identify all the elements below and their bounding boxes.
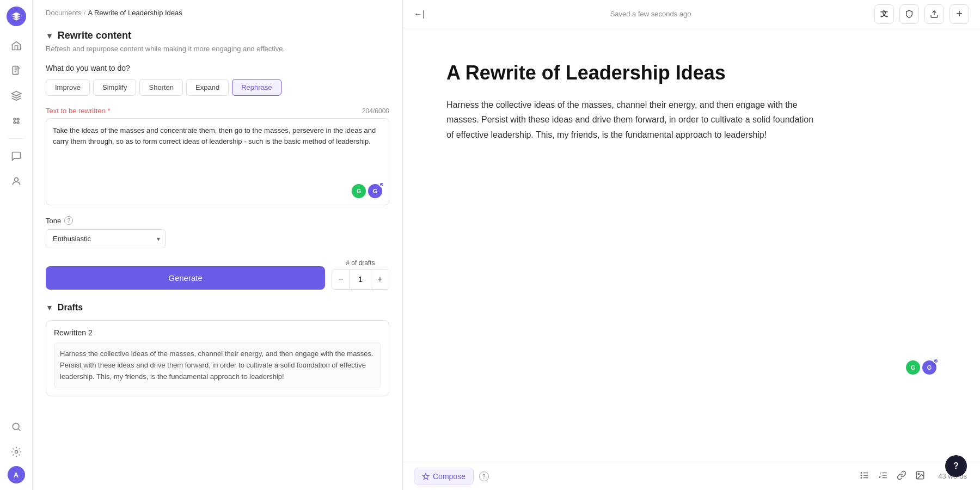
text-field-header: Text to be rewritten * 204/6000 xyxy=(46,107,389,115)
drafts-header: ▼ Drafts xyxy=(46,303,389,313)
app-logo[interactable] xyxy=(7,7,26,26)
tab-improve[interactable]: Improve xyxy=(46,79,90,96)
svg-point-12 xyxy=(861,472,862,473)
compose-button[interactable]: Compose xyxy=(414,468,474,485)
action-tabs: Improve Simplify Shorten Expand Rephrase xyxy=(46,79,389,96)
text-area-wrapper: G G ✓ xyxy=(46,118,389,205)
svg-point-19 xyxy=(918,473,920,474)
link-icon[interactable] xyxy=(895,468,909,485)
svg-point-4 xyxy=(17,122,19,124)
stepper-decrement[interactable]: − xyxy=(332,270,350,289)
drafts-title: Drafts xyxy=(58,303,83,313)
drafts-section: ▼ Drafts Rewritten 2 Harness the collect… xyxy=(46,303,389,396)
sidebar-divider xyxy=(8,138,24,139)
sidebar-item-search[interactable] xyxy=(5,416,27,438)
svg-point-1 xyxy=(14,118,15,120)
grammarly-premium-icon[interactable]: G ✓ xyxy=(368,184,382,198)
shield-button[interactable] xyxy=(899,4,919,24)
sidebar-item-integrations[interactable] xyxy=(5,110,27,132)
breadcrumb-separator: / xyxy=(84,9,86,17)
stepper-increment[interactable]: + xyxy=(371,270,389,289)
text-field-label: Text to be rewritten * xyxy=(46,107,111,115)
what-label: What do you want to do? xyxy=(46,64,389,72)
avatar[interactable]: A xyxy=(8,466,25,483)
svg-point-13 xyxy=(861,475,862,476)
editor-bottom-bar: Compose ? 43 words xyxy=(403,462,980,490)
char-count: 204/6000 xyxy=(362,107,389,115)
section-subtitle: Refresh and repurpose content while maki… xyxy=(46,45,389,53)
sidebar-bottom: A xyxy=(5,416,27,483)
numbered-list-icon[interactable] xyxy=(876,468,890,485)
textarea-icons: G G ✓ xyxy=(53,184,382,198)
upload-button[interactable] xyxy=(924,4,944,24)
svg-point-14 xyxy=(861,477,862,478)
tab-simplify[interactable]: Simplify xyxy=(93,79,137,96)
section-header: ▼ Rewrite content xyxy=(46,21,389,45)
svg-point-5 xyxy=(14,177,18,181)
tab-expand[interactable]: Expand xyxy=(186,79,229,96)
tab-rephrase[interactable]: Rephrase xyxy=(232,79,281,96)
help-button[interactable]: ? xyxy=(945,455,967,477)
sidebar-item-layers[interactable] xyxy=(5,85,27,107)
bullet-list-icon[interactable] xyxy=(857,468,872,485)
breadcrumb-current: A Rewrite of Leadership Ideas xyxy=(88,9,182,17)
sidebar-item-chat[interactable] xyxy=(5,145,27,167)
grammarly-icon[interactable]: G xyxy=(352,184,366,198)
generate-button[interactable]: Generate xyxy=(46,266,325,290)
left-panel: Documents / A Rewrite of Leadership Idea… xyxy=(33,0,403,490)
doc-body[interactable]: Harness the collective ideas of the mass… xyxy=(446,97,817,142)
right-panel: ←| Saved a few seconds ago 文 + A Rewrite… xyxy=(403,0,980,490)
svg-point-7 xyxy=(15,451,17,454)
svg-point-2 xyxy=(17,118,19,120)
editor-area[interactable]: A Rewrite of Leadership Ideas Harness th… xyxy=(403,28,980,462)
section-collapse-icon[interactable]: ▼ xyxy=(46,32,53,40)
tab-shorten[interactable]: Shorten xyxy=(139,79,183,96)
image-icon[interactable] xyxy=(913,468,927,485)
drafts-count-section: # of drafts − 1 + xyxy=(332,259,389,290)
editor-floating-icons: G G ✓ xyxy=(906,360,936,375)
sidebar-item-settings[interactable] xyxy=(5,441,27,463)
toolbar-center: Saved a few seconds ago xyxy=(610,10,691,18)
compose-help-icon[interactable]: ? xyxy=(479,471,489,481)
bottom-left: Compose ? xyxy=(414,468,489,485)
sidebar: A xyxy=(0,0,33,490)
draft-card-body[interactable]: Harness the collective ideas of the mass… xyxy=(54,342,381,388)
translate-button[interactable]: 文 xyxy=(874,4,894,24)
svg-point-3 xyxy=(14,122,15,124)
tone-section: Tone ? Enthusiastic Professional Casual … xyxy=(46,216,389,248)
sidebar-item-docs[interactable] xyxy=(5,60,27,82)
tone-help-icon[interactable]: ? xyxy=(64,216,73,225)
editor-toolbar: ←| Saved a few seconds ago 文 + xyxy=(403,0,980,28)
section-title: Rewrite content xyxy=(58,30,131,41)
draft-card: Rewritten 2 Harness the collective ideas… xyxy=(46,320,389,396)
drafts-count-label: # of drafts xyxy=(346,259,375,267)
breadcrumb-parent[interactable]: Documents xyxy=(46,9,82,17)
doc-title: A Rewrite of Leadership Ideas xyxy=(446,61,936,84)
tone-select-wrapper: Enthusiastic Professional Casual Formal … xyxy=(46,229,166,248)
toolbar-right: 文 + xyxy=(874,4,969,24)
tone-label: Tone ? xyxy=(46,216,389,225)
drafts-collapse-icon[interactable]: ▼ xyxy=(46,303,53,312)
stepper-value: 1 xyxy=(350,270,371,289)
svg-rect-0 xyxy=(13,66,18,75)
toolbar-left: ←| xyxy=(414,9,427,19)
sidebar-item-profile[interactable] xyxy=(5,170,27,192)
breadcrumb: Documents / A Rewrite of Leadership Idea… xyxy=(33,0,402,21)
stepper: − 1 + xyxy=(332,269,389,290)
add-button[interactable]: + xyxy=(950,4,969,24)
editor-grammarly-premium-icon[interactable]: G ✓ xyxy=(922,360,936,375)
back-button[interactable]: ←| xyxy=(414,9,425,19)
sidebar-item-home[interactable] xyxy=(5,35,27,57)
text-to-rewrite[interactable] xyxy=(53,125,382,180)
tone-select[interactable]: Enthusiastic Professional Casual Formal … xyxy=(46,229,166,248)
svg-point-6 xyxy=(13,423,19,430)
save-status: Saved a few seconds ago xyxy=(610,10,691,18)
editor-grammarly-icon[interactable]: G xyxy=(906,360,920,375)
draft-card-title: Rewritten 2 xyxy=(54,328,381,337)
